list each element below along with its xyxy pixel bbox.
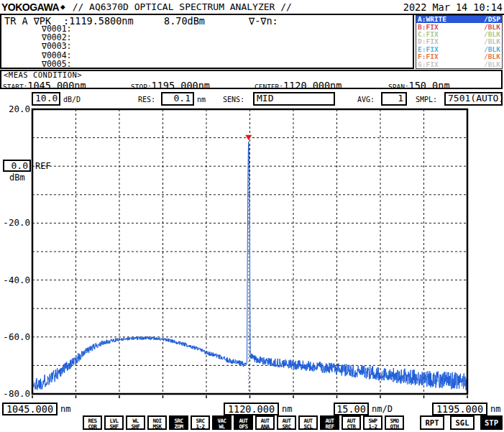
- resolution-field[interactable]: 0.1: [161, 92, 194, 106]
- trace-display-mode: /BLK: [484, 61, 500, 68]
- trace-row-g[interactable]: G:FIX/BLK: [416, 61, 502, 68]
- y-axis-tick: -20.0: [1, 217, 30, 228]
- center-wavelength-field[interactable]: 1120.000: [224, 403, 279, 415]
- meas-field-span: SPAN:150.0nm: [388, 78, 489, 92]
- sensitivity-label: SENS:: [223, 96, 244, 104]
- trace-status-panel: A:WRITE/DSPB:FIX/BLKC:FIX/BLKD:FIX/BLKE:…: [416, 15, 503, 69]
- resolution-unit: nm: [197, 96, 206, 104]
- fkey-aut-ofs[interactable]: AUTOFS: [234, 415, 253, 430]
- meas-field-value: 1045.000nm: [27, 80, 86, 91]
- meas-condition-box: <MEAS CONDITION> START:1045.000nmSTOP:11…: [0, 70, 503, 89]
- meas-field-label: CENTER:: [255, 83, 283, 91]
- per-division-unit: nm/D: [372, 404, 393, 414]
- center-wavelength-unit: nm: [282, 404, 292, 414]
- settings-bar: 10.0 dB/D RES: 0.1 nm SENS: MID AVG: 1 S…: [0, 92, 504, 107]
- delta-marker-label: ∇-∇n:: [249, 15, 278, 27]
- meas-field-label: STOP:: [131, 83, 152, 91]
- fkey-aut-src[interactable]: AUTSRC: [277, 415, 296, 430]
- page-title: // AQ6370D OPTICAL SPECTRUM ANALYZER //: [73, 1, 292, 12]
- meas-field-stop: STOP:1195.000nm: [131, 78, 255, 92]
- marker-row: ∇0004:: [42, 51, 72, 60]
- marker-row: ∇0005:: [42, 60, 72, 68]
- trace-name: D:FIX: [418, 38, 439, 45]
- key-sgl[interactable]: SGL: [450, 415, 475, 430]
- datetime: 2022 Mar 14 10:14: [403, 1, 504, 13]
- trace-marker-info-box: TR A ∇PK :1119.5800nm 8.70dBm ∇-∇n: ∇000…: [0, 14, 414, 69]
- meas-field-value: 150.0nm: [409, 80, 450, 91]
- meas-field-value: 1120.000nm: [283, 80, 342, 91]
- trace-name: F:FIX: [418, 53, 439, 60]
- fkey-vac-wl[interactable]: VACWL: [212, 415, 232, 430]
- meas-condition-title: <MEAS CONDITION>: [1, 71, 501, 78]
- stop-wavelength-unit: nm: [490, 404, 500, 414]
- meas-field-label: SPAN:: [388, 83, 409, 91]
- y-axis-tick: 20.0: [1, 104, 30, 114]
- level-scale-unit: dB/D: [63, 96, 81, 104]
- stop-wavelength-field[interactable]: 1195.000: [432, 403, 487, 415]
- average-field[interactable]: 1: [381, 92, 407, 106]
- key-rpt[interactable]: RPT: [420, 415, 444, 430]
- fkey-aut-ana[interactable]: AUTANA: [255, 415, 275, 430]
- per-division-field[interactable]: 15.00: [334, 403, 369, 415]
- meas-field-label: START:: [3, 83, 27, 91]
- function-key-bar: RESCORLVLSHFWLSHFNOIMSKSRCZOMSRC1-2VACWL…: [83, 415, 404, 430]
- osa-screen: YOKOGAWA ◆ // AQ6370D OPTICAL SPECTRUM A…: [0, 0, 504, 432]
- brand-logo: YOKOGAWA: [0, 1, 59, 13]
- meas-field-value: 1195.000nm: [152, 80, 210, 91]
- average-label: AVG:: [357, 96, 375, 104]
- trace-display-mode: /BLK: [484, 38, 500, 45]
- sampling-label: SMPL:: [416, 96, 437, 104]
- fkey-lvl-shf[interactable]: LVLSHF: [104, 415, 124, 430]
- peak-marker-icon: [245, 135, 252, 141]
- trace-name: A:WRITE: [418, 16, 446, 23]
- trace-row-f[interactable]: F:FIX/BLK: [416, 53, 502, 60]
- key-stp[interactable]: STP: [480, 415, 503, 430]
- fkey-res-cor[interactable]: RESCOR: [83, 415, 102, 430]
- fkey-src-zom[interactable]: SRCZOM: [169, 415, 188, 430]
- trace-row-a[interactable]: A:WRITE/DSP: [416, 16, 502, 23]
- brand-diamond-icon: ◆: [60, 2, 65, 12]
- trace-display-mode: /DSP: [484, 16, 500, 23]
- peak-level-value: 8.70dBm: [164, 15, 205, 27]
- start-wavelength-field[interactable]: 1045.000: [2, 403, 58, 415]
- trace-name: G:FIX: [418, 61, 439, 68]
- fkey-smo-oth[interactable]: SMOOTH: [385, 415, 404, 430]
- resolution-label: RES:: [138, 96, 155, 104]
- fkey-swp-1-2[interactable]: SWP1-2: [363, 415, 382, 430]
- level-scale-field[interactable]: 10.0: [32, 92, 60, 106]
- fkey-wl-shf[interactable]: WLSHF: [126, 415, 145, 430]
- reference-level-unit: dBm: [9, 173, 25, 183]
- meas-field-center: CENTER:1120.000nm: [255, 78, 388, 92]
- marker-list: ∇0001:∇0002:∇0003:∇0004:∇0005:: [42, 24, 72, 68]
- meas-condition-fields: START:1045.000nmSTOP:1195.000nmCENTER:11…: [1, 78, 501, 92]
- sampling-field[interactable]: 7501(AUTO): [444, 92, 503, 106]
- fkey-aut-scl[interactable]: AUTSCL: [298, 415, 318, 430]
- spectrum-plot: [29, 106, 472, 400]
- fkey-noi-msk[interactable]: NOIMSK: [147, 415, 167, 430]
- fkey-aut-ref[interactable]: AUTREF: [320, 415, 339, 430]
- start-wavelength-unit: nm: [60, 404, 70, 414]
- sensitivity-field[interactable]: MID: [253, 92, 335, 106]
- y-axis-tick: -60.0: [1, 331, 30, 342]
- trace-display-mode: /BLK: [484, 53, 500, 60]
- fkey-src-1-2[interactable]: SRC1-2: [191, 415, 210, 430]
- y-axis-tick: -40.0: [1, 275, 30, 285]
- fkey-aut-ctr[interactable]: AUTCTR: [342, 415, 361, 430]
- meas-field-start: START:1045.000nm: [3, 78, 131, 92]
- y-axis-tick: -80.0: [1, 388, 30, 399]
- peak-wavelength-value: :1119.5800nm: [63, 15, 134, 27]
- header-bar: YOKOGAWA ◆ // AQ6370D OPTICAL SPECTRUM A…: [0, 0, 504, 14]
- reference-level-field[interactable]: 0.0: [3, 160, 31, 172]
- marker-row: ∇0003:: [42, 42, 72, 50]
